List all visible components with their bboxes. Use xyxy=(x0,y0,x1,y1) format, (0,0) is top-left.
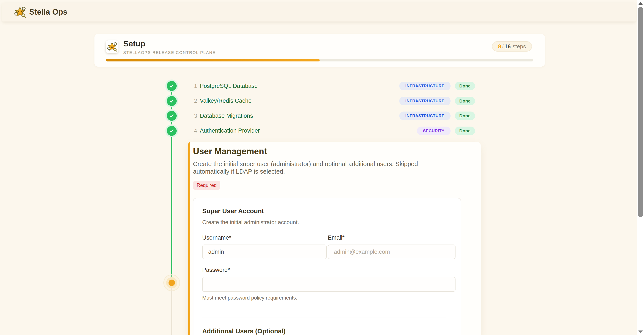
setup-summary-card: Setup STELLAOPS RELEASE CONTROL PLANE 8 … xyxy=(94,34,545,67)
app-header: Stella Ops xyxy=(2,3,636,22)
progress-fill xyxy=(106,59,320,62)
additional-users-title: Additional Users (Optional) xyxy=(202,327,456,335)
user-management-panel: User Management Create the initial super… xyxy=(188,142,481,335)
category-badge: INFRASTRUCTURE xyxy=(399,112,450,120)
page-title: Setup xyxy=(123,39,216,49)
step-number: 4 xyxy=(190,128,197,134)
scroll-down-arrow-icon[interactable] xyxy=(638,330,643,333)
section-title: User Management xyxy=(193,146,472,156)
email-input[interactable] xyxy=(328,244,456,259)
stella-ops-logo-icon xyxy=(14,6,26,18)
email-label: Email* xyxy=(328,234,456,241)
setup-steps-list: 1 PostgreSQL Database INFRASTRUCTURE Don… xyxy=(190,81,475,141)
scrollbar-track[interactable] xyxy=(637,0,644,335)
status-badge: Done xyxy=(455,82,475,90)
divider xyxy=(202,317,446,318)
steps-total: 16 xyxy=(504,43,511,50)
scrollbar-thumb[interactable] xyxy=(638,7,643,217)
setup-logo-icon xyxy=(106,40,118,53)
steps-separator: / xyxy=(502,43,504,50)
step-row-db-migrations[interactable]: 3 Database Migrations INFRASTRUCTURE Don… xyxy=(190,111,475,121)
super-user-card: Super User Account Create the initial ad… xyxy=(193,198,461,335)
setup-titles: Setup STELLAOPS RELEASE CONTROL PLANE xyxy=(123,39,216,55)
section-description: Create the initial super user (administr… xyxy=(193,160,430,175)
password-input[interactable] xyxy=(202,277,456,292)
card-description: Create the initial administrator account… xyxy=(202,219,456,226)
card-title: Super User Account xyxy=(202,207,456,215)
step-row-auth-provider[interactable]: 4 Authentication Provider SECURITY Done xyxy=(190,126,475,136)
username-field-group: Username* xyxy=(202,234,327,259)
page-subtitle: STELLAOPS RELEASE CONTROL PLANE xyxy=(123,50,216,55)
step-title[interactable]: Database Migrations xyxy=(200,113,253,119)
step-number: 1 xyxy=(190,83,197,89)
category-badge: INFRASTRUCTURE xyxy=(399,82,450,90)
steps-current: 8 xyxy=(498,43,501,50)
current-step-dot-icon xyxy=(168,279,175,286)
status-badge: Done xyxy=(455,112,475,120)
setup-page: Stella Ops Setup STELLAOPS RELEASE CONTR… xyxy=(0,0,644,335)
password-label: Password* xyxy=(202,267,456,273)
check-circle-icon xyxy=(167,96,177,106)
brand-name: Stella Ops xyxy=(29,8,68,17)
step-number: 2 xyxy=(190,98,197,104)
step-number: 3 xyxy=(190,113,197,119)
step-title[interactable]: Valkey/Redis Cache xyxy=(200,98,252,104)
email-field-group: Email* xyxy=(328,234,456,259)
category-badge: SECURITY xyxy=(417,127,450,135)
step-row-valkey-redis[interactable]: 2 Valkey/Redis Cache INFRASTRUCTURE Done xyxy=(190,96,475,106)
status-badge: Done xyxy=(455,97,475,105)
step-title[interactable]: Authentication Provider xyxy=(200,127,260,134)
check-circle-icon xyxy=(167,81,177,91)
password-help-text: Must meet password policy requirements. xyxy=(202,295,456,301)
category-badge: INFRASTRUCTURE xyxy=(399,97,450,105)
check-circle-icon xyxy=(167,126,177,136)
scroll-up-arrow-icon[interactable] xyxy=(638,2,643,5)
password-field-group: Password* Must meet password policy requ… xyxy=(202,267,456,301)
step-title[interactable]: PostgreSQL Database xyxy=(200,83,258,89)
step-row-postgresql[interactable]: 1 PostgreSQL Database INFRASTRUCTURE Don… xyxy=(190,81,475,91)
check-circle-icon xyxy=(167,111,177,121)
username-email-row: Username* Email* xyxy=(202,234,456,259)
required-badge: Required xyxy=(193,181,220,190)
username-label: Username* xyxy=(202,234,327,241)
username-input[interactable] xyxy=(202,244,327,259)
status-badge: Done xyxy=(455,127,475,135)
steps-counter-badge: 8 / 16 steps xyxy=(492,41,532,52)
steps-word: steps xyxy=(512,43,526,50)
setup-progress-bar xyxy=(106,59,533,62)
